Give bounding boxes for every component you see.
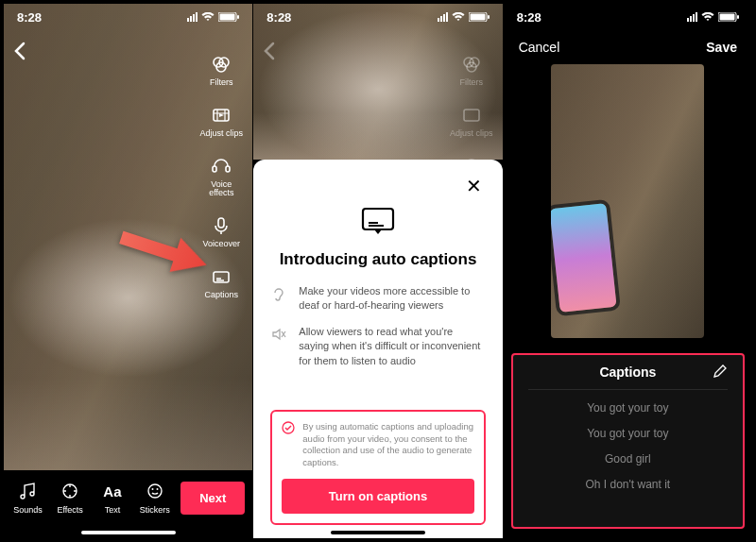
bullet-accessibility: Make your videos more accessible to deaf… <box>270 284 485 313</box>
svg-rect-10 <box>218 218 224 228</box>
caption-list: You got your toy You got your toy Good g… <box>528 401 728 491</box>
voiceover-icon <box>210 214 232 237</box>
phone-captions-editor: 8:28 Cancel Save Captions You got your t… <box>504 4 752 538</box>
svg-rect-2 <box>237 15 239 19</box>
phone-modal: 8:28 Filters Adjust clips Voice effects … <box>253 4 502 538</box>
sounds-button[interactable]: Sounds <box>11 481 44 515</box>
svg-point-13 <box>148 484 162 498</box>
back-button[interactable] <box>263 42 276 66</box>
status-bar: 8:28 <box>4 4 252 30</box>
voice-effects-icon <box>210 155 232 178</box>
filters-tool[interactable]: Filters <box>210 53 233 87</box>
text-icon: Aa <box>102 481 123 501</box>
edit-captions-button[interactable] <box>713 364 728 381</box>
wifi-icon <box>452 12 465 22</box>
bullet-readability: Allow viewers to read what you're saying… <box>270 325 485 368</box>
adjust-clips-tool[interactable]: Adjust clips <box>200 104 244 138</box>
tool-label: Adjust clips <box>200 129 244 138</box>
svg-rect-8 <box>213 166 216 172</box>
modal-title: Introducing auto captions <box>270 250 485 269</box>
wifi-icon <box>201 12 215 22</box>
status-time: 8:28 <box>517 10 541 25</box>
adjust-clips-icon <box>210 104 232 127</box>
bt-label: Effects <box>57 505 82 515</box>
bt-label: Stickers <box>140 505 170 515</box>
battery-icon <box>469 12 490 22</box>
voice-effects-tool[interactable]: Voice effects <box>209 155 233 197</box>
filters-tool: Filters <box>459 53 483 87</box>
check-icon <box>282 421 295 434</box>
turn-on-captions-button[interactable]: Turn on captions <box>282 479 473 514</box>
svg-rect-22 <box>464 110 479 121</box>
svg-rect-1 <box>220 14 235 21</box>
back-button[interactable] <box>13 42 26 66</box>
captions-icon <box>210 265 232 288</box>
bt-label: Sounds <box>13 505 43 515</box>
captions-tool[interactable]: Captions <box>205 265 239 299</box>
battery-icon <box>718 12 739 22</box>
caption-line[interactable]: You got your toy <box>587 401 668 415</box>
captions-intro-modal: ✕ Introducing auto captions Make your vi… <box>253 160 502 538</box>
stickers-icon <box>145 481 165 501</box>
stickers-button[interactable]: Stickers <box>138 481 171 515</box>
editor-header: Cancel Save <box>504 34 752 60</box>
consent-highlight-box: By using automatic captions and uploadin… <box>270 410 485 525</box>
svg-point-14 <box>151 488 153 490</box>
svg-rect-26 <box>719 14 734 21</box>
status-bar: 8:28 <box>253 4 502 30</box>
wifi-icon <box>701 12 714 22</box>
home-indicator[interactable] <box>331 531 425 534</box>
video-preview-dim: 8:28 Filters Adjust clips Voice effects <box>253 4 502 160</box>
consent-text: By using automatic captions and uploadin… <box>302 421 473 469</box>
svg-rect-18 <box>488 15 490 19</box>
filters-icon <box>210 53 232 76</box>
effects-icon <box>60 481 80 501</box>
video-thumbnail[interactable] <box>551 64 704 338</box>
phone-editor: 8:28 Filters Adjust clips Voice effects <box>4 4 252 538</box>
bullet-text: Make your videos more accessible to deaf… <box>299 284 485 313</box>
ear-icon <box>270 285 287 302</box>
caption-line[interactable]: Oh I don't want it <box>585 478 670 491</box>
bullet-text: Allow viewers to read what you're saying… <box>299 325 485 368</box>
captions-panel: Captions You got your toy You got your t… <box>511 353 745 529</box>
signal-icon <box>438 12 448 22</box>
svg-rect-27 <box>737 15 739 19</box>
caption-line[interactable]: Good girl <box>605 452 651 466</box>
battery-icon <box>218 12 239 22</box>
status-bar: 8:28 <box>504 4 752 30</box>
close-button[interactable]: ✕ <box>462 173 486 199</box>
captions-heading: Captions <box>599 364 656 380</box>
mute-icon <box>270 326 287 343</box>
captions-modal-icon <box>361 207 395 239</box>
signal-icon <box>187 12 198 22</box>
adjust-clips-tool: Adjust clips <box>450 104 493 138</box>
next-button[interactable]: Next <box>180 482 245 515</box>
signal-icon <box>687 12 697 22</box>
phone-in-video <box>551 203 617 313</box>
tool-label: Voice effects <box>209 180 233 197</box>
tool-label: Filters <box>210 78 233 87</box>
svg-rect-17 <box>470 14 485 21</box>
effects-button[interactable]: Effects <box>54 481 87 515</box>
svg-point-15 <box>156 488 158 490</box>
svg-rect-9 <box>226 166 230 172</box>
text-button[interactable]: Aa Text <box>96 481 129 515</box>
cancel-button[interactable]: Cancel <box>519 40 560 55</box>
home-indicator[interactable] <box>81 531 176 534</box>
music-icon <box>17 481 38 501</box>
tool-label: Captions <box>205 291 239 299</box>
save-button[interactable]: Save <box>706 40 737 55</box>
bottom-toolbar: Sounds Effects Aa Text Stickers Next <box>4 470 252 538</box>
status-time: 8:28 <box>266 10 291 25</box>
bt-label: Text <box>105 505 121 515</box>
caption-line[interactable]: You got your toy <box>587 427 668 440</box>
status-time: 8:28 <box>17 10 42 25</box>
